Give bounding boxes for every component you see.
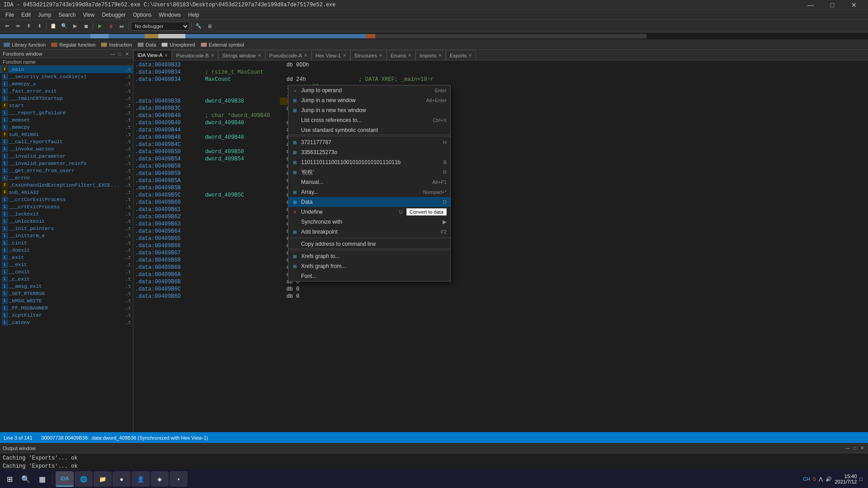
- function-row[interactable]: L __call_reportfault .t: [0, 138, 133, 145]
- tab-pseudocode-a[interactable]: Pseudocode-A✕: [265, 50, 311, 60]
- tab-close-icon[interactable]: ✕: [211, 53, 214, 58]
- toolbar-btn-5[interactable]: 📋: [48, 21, 58, 31]
- function-row[interactable]: L _NMSG_WRITE .t: [0, 297, 133, 305]
- ctx-breakpoint[interactable]: ⊞ Add breakpoint F2: [288, 227, 450, 237]
- function-row[interactable]: L _exit .t: [0, 254, 133, 261]
- function-row[interactable]: L __get_errno_from_oserr .t: [0, 167, 133, 174]
- function-row[interactable]: L __init_pointers .t: [0, 225, 133, 232]
- function-row[interactable]: L _XcptFilter .t: [0, 312, 133, 319]
- toolbar-btn-2[interactable]: ➡: [13, 21, 23, 31]
- toolbar-btn-4[interactable]: ⬇: [34, 21, 44, 31]
- function-row[interactable]: L __invalid_parameter .t: [0, 153, 133, 160]
- ctx-jump-operand[interactable]: → Jump to operand Enter: [288, 85, 450, 95]
- output-close[interactable]: ✕: [859, 445, 865, 451]
- function-row[interactable]: L __exit .t: [0, 261, 133, 268]
- toolbar-btn-8[interactable]: ⏹: [81, 21, 91, 31]
- function-row[interactable]: L __crtCorExitProcess .t: [0, 196, 133, 203]
- function-row[interactable]: L __errno .t: [0, 174, 133, 182]
- toolbar-btn-7[interactable]: ▶: [70, 21, 80, 31]
- maximize-button[interactable]: □: [822, 0, 843, 10]
- output-maximize[interactable]: □: [852, 445, 858, 451]
- toolbar-btn-1[interactable]: ⬅: [2, 21, 12, 31]
- ctx-num-char[interactable]: ⊞ '棿棿' R: [288, 167, 450, 177]
- function-row[interactable]: F _main .t: [0, 66, 133, 73]
- tab-close-icon[interactable]: ✕: [343, 53, 346, 58]
- tab-close-icon[interactable]: ✕: [468, 53, 472, 58]
- ctx-list-xrefs[interactable]: List cross references to... Ctrl+X: [288, 115, 450, 125]
- toolbar-btn-run[interactable]: ▶: [95, 21, 105, 31]
- close-button[interactable]: ✕: [844, 0, 864, 10]
- function-row[interactable]: L ___report_gsfailure .t: [0, 109, 133, 117]
- taskbar-app-misc1[interactable]: 👤: [132, 471, 150, 487]
- minimize-button[interactable]: —: [800, 0, 821, 10]
- menu-options[interactable]: Options: [129, 11, 155, 19]
- tab-exports[interactable]: Exports✕: [446, 50, 476, 60]
- ctx-undefine[interactable]: ✕ Undefine U Convert to data: [288, 207, 450, 217]
- ctx-num-decimal[interactable]: ⊞ 3721177787 H: [288, 137, 450, 147]
- function-row[interactable]: L _catenv .t: [0, 319, 133, 326]
- function-row[interactable]: L __lockexit .t: [0, 211, 133, 218]
- taskbar-app-misc2[interactable]: ◈: [151, 471, 169, 487]
- toolbar-btn-3[interactable]: ⬆: [24, 21, 33, 31]
- menu-view[interactable]: View: [79, 11, 98, 19]
- toolbar-btn-extra-2[interactable]: 🖥: [204, 21, 214, 31]
- function-row[interactable]: L __invoke_watson .t: [0, 145, 133, 153]
- function-row[interactable]: L _c_exit .t: [0, 276, 133, 283]
- ctx-xrefs-from[interactable]: ⊞ Xrefs graph from...: [288, 261, 450, 271]
- toolbar-btn-step[interactable]: ⏭: [117, 21, 127, 31]
- tab-structures[interactable]: Structures✕: [350, 50, 387, 60]
- menu-help[interactable]: Help: [184, 11, 203, 19]
- function-row[interactable]: L _memcpy_s .t: [0, 80, 133, 88]
- function-row[interactable]: L __security_check_cookie(x) .t: [0, 73, 133, 80]
- ctx-manual[interactable]: Manual... Alt+F1: [288, 177, 450, 187]
- output-minimize[interactable]: —: [844, 445, 851, 451]
- function-row[interactable]: F sub_401A32 .t: [0, 189, 133, 196]
- tab-close-icon[interactable]: ✕: [304, 53, 307, 58]
- tab-close-icon[interactable]: ✕: [408, 53, 411, 58]
- tab-close-icon[interactable]: ✕: [379, 53, 382, 58]
- menu-file[interactable]: File: [2, 11, 18, 19]
- menu-edit[interactable]: Edit: [18, 11, 34, 19]
- ctx-xrefs-to[interactable]: ⊞ Xrefs graph to...: [288, 251, 450, 261]
- taskbar-app-chrome[interactable]: ●: [113, 471, 131, 487]
- taskbar-app-explorer[interactable]: 📁: [94, 471, 112, 487]
- function-row[interactable]: L __unlockexit .t: [0, 218, 133, 225]
- tab-imports[interactable]: Imports✕: [415, 50, 446, 60]
- tab-close-icon[interactable]: ✕: [438, 53, 442, 58]
- ctx-data[interactable]: ⊞ Data D: [288, 197, 450, 207]
- taskbar-app-misc3[interactable]: ▪: [170, 471, 188, 487]
- taskbar-app-edge[interactable]: 🌐: [75, 471, 93, 487]
- function-row[interactable]: L _FF_MSGBANNER .t: [0, 305, 133, 312]
- function-row[interactable]: L __invalid_parameter_noinfo .t: [0, 160, 133, 167]
- tab-hex-view-1[interactable]: Hex View-1✕: [311, 50, 350, 60]
- function-row[interactable]: L __amsg_exit .t: [0, 283, 133, 290]
- ctx-jump-new-window[interactable]: ⊞ Jump in a new window Alt+Enter: [288, 95, 450, 105]
- toolbar-btn-stop[interactable]: ⏸: [106, 21, 116, 31]
- taskbar-clock[interactable]: 15:40 2021/7/12: [835, 474, 857, 484]
- code-content[interactable]: .data:00409B33 db 0DDh.data:00409B34 ; r…: [133, 61, 868, 432]
- tab-enums[interactable]: Enums✕: [387, 50, 415, 60]
- ctx-jump-hex-window[interactable]: ⊞ Jump in a new hex window: [288, 105, 450, 115]
- taskbar-notification[interactable]: □: [859, 476, 863, 482]
- function-row[interactable]: L __cexit .t: [0, 268, 133, 276]
- tab-strings-window[interactable]: Strings window✕: [218, 50, 265, 60]
- function-row[interactable]: L _GET_RTERRSG .t: [0, 290, 133, 297]
- tab-ida-view-a[interactable]: IDA View-A✕: [133, 50, 172, 60]
- tab-pseudocode-b[interactable]: Pseudocode-B✕: [172, 50, 218, 60]
- function-row[interactable]: L _fast_error_exit .t: [0, 88, 133, 95]
- functions-panel-close[interactable]: ✕: [124, 51, 130, 57]
- function-row[interactable]: L _memcpy .t: [0, 124, 133, 131]
- functions-panel-maximize[interactable]: □: [117, 51, 123, 57]
- taskbar-search[interactable]: 🔍: [18, 471, 33, 487]
- function-row[interactable]: F _CxxUnhandledExceptionFilter(_EXCE... …: [0, 182, 133, 189]
- menu-debugger[interactable]: Debugger: [98, 11, 129, 19]
- taskbar-start[interactable]: ⊞: [2, 471, 17, 487]
- ctx-array[interactable]: ⊞ Array... Numpad+*: [288, 187, 450, 197]
- function-row[interactable]: L ___tmainCRTStartup .t: [0, 95, 133, 102]
- function-row[interactable]: L _doexit .t: [0, 247, 133, 254]
- menu-windows[interactable]: Windows: [155, 11, 184, 19]
- functions-list[interactable]: F _main .t L __security_check_cookie(x) …: [0, 66, 133, 432]
- menu-search[interactable]: Search: [55, 11, 79, 19]
- tab-close-icon[interactable]: ✕: [258, 53, 261, 58]
- function-row[interactable]: L ___crtExitProcess .t: [0, 203, 133, 211]
